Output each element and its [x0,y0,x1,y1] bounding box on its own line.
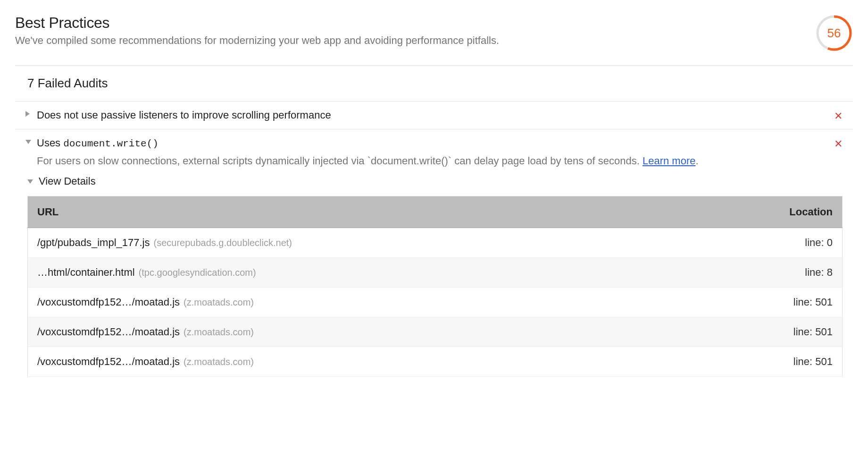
score-value: 56 [827,26,841,41]
url-path: /voxcustomdfp152…/moatad.js [37,296,180,308]
audit-status: ✕ [834,136,843,150]
fail-icon: ✕ [834,138,843,150]
table-row: …html/container.html(tpc.googlesyndicati… [28,258,843,288]
chevron-down-icon [25,140,31,144]
expand-toggle[interactable] [27,179,39,184]
audit-content: Uses document.write() For users on slow … [37,136,834,169]
url-host: (securepubads.g.doubleclick.net) [150,238,292,248]
url-host: (z.moatads.com) [180,327,254,337]
col-url: URL [28,196,692,228]
page-title: Best Practices [15,14,815,32]
chevron-down-icon [27,179,33,184]
learn-more-link[interactable]: Learn more [643,155,696,167]
chevron-right-icon [25,111,30,117]
url-host: (tpc.googlesyndication.com) [135,267,256,278]
url-path: …html/container.html [37,266,135,278]
cell-url: /voxcustomdfp152…/moatad.js(z.moatads.co… [28,288,692,317]
audit-description-text: For users on slow connections, external … [37,155,643,167]
failed-audits-heading: 7 Failed Audits [15,66,853,102]
table-row: /voxcustomdfp152…/moatad.js(z.moatads.co… [28,288,843,317]
table-header-row: URL Location [28,196,843,228]
table-row: /voxcustomdfp152…/moatad.js(z.moatads.co… [28,317,843,347]
cell-location: line: 8 [691,258,842,288]
fail-icon: ✕ [834,110,843,122]
details-table: URL Location /gpt/pubads_impl_177.js(sec… [27,196,843,377]
cell-location: line: 501 [691,317,842,347]
url-host: (z.moatads.com) [180,357,254,367]
expand-toggle[interactable] [25,136,37,144]
score-gauge: 56 [815,14,853,52]
header-section: Best Practices We've compiled some recom… [15,14,853,66]
audit-title: Does not use passive listeners to improv… [37,108,826,122]
audit-row[interactable]: Does not use passive listeners to improv… [15,102,853,129]
audit-title-prefix: Uses [37,137,63,149]
page-subtitle: We've compiled some recommendations for … [15,34,815,48]
audit-description: For users on slow connections, external … [37,153,826,169]
audit-row-expanded: Uses document.write() For users on slow … [15,129,853,377]
audit-title-code: document.write() [63,138,159,149]
col-location: Location [691,196,842,228]
table-row: /voxcustomdfp152…/moatad.js(z.moatads.co… [28,347,843,377]
cell-url: …html/container.html(tpc.googlesyndicati… [28,258,692,288]
cell-location: line: 501 [691,288,842,317]
audit-content: Does not use passive listeners to improv… [37,108,834,122]
url-path: /voxcustomdfp152…/moatad.js [37,326,180,338]
expand-toggle[interactable] [25,108,37,117]
view-details-toggle-row[interactable]: View Details [25,169,843,196]
cell-url: /gpt/pubads_impl_177.js(securepubads.g.d… [28,228,692,258]
table-row: /gpt/pubads_impl_177.js(securepubads.g.d… [28,228,843,258]
url-path: /voxcustomdfp152…/moatad.js [37,356,180,367]
audit-status: ✕ [834,108,843,122]
url-host: (z.moatads.com) [180,297,254,307]
cell-url: /voxcustomdfp152…/moatad.js(z.moatads.co… [28,317,692,347]
cell-url: /voxcustomdfp152…/moatad.js(z.moatads.co… [28,347,692,377]
header-text: Best Practices We've compiled some recom… [15,14,815,48]
cell-location: line: 501 [691,347,842,377]
cell-location: line: 0 [691,228,842,258]
view-details-label: View Details [39,175,96,187]
url-path: /gpt/pubads_impl_177.js [37,237,150,248]
audit-title: Uses document.write() [37,136,826,151]
